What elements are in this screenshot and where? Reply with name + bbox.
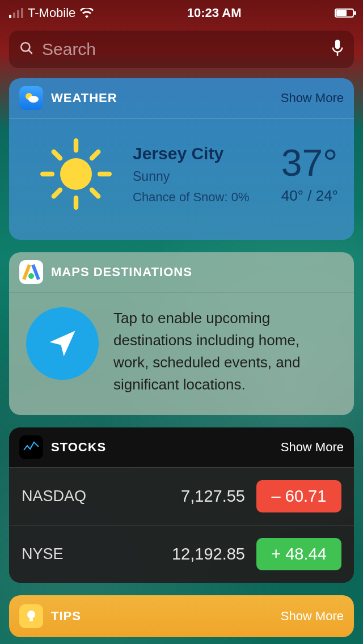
sun-icon xyxy=(25,134,127,214)
stock-change-badge: – 60.71 xyxy=(256,480,341,512)
search-input[interactable]: Search xyxy=(9,31,354,68)
navigation-arrow-icon[interactable] xyxy=(26,307,99,380)
stock-row[interactable]: NASDAQ 7,127.55 – 60.71 xyxy=(9,467,354,525)
stock-row[interactable]: NYSE 12,192.85 + 48.44 xyxy=(9,525,354,583)
svg-line-1 xyxy=(28,50,32,54)
search-placeholder: Search xyxy=(42,40,323,59)
svg-line-14 xyxy=(92,152,98,158)
stock-price: 7,127.55 xyxy=(124,487,256,506)
svg-point-0 xyxy=(21,43,29,51)
stocks-show-more[interactable]: Show More xyxy=(281,440,344,455)
maps-body-text: Tap to enable upcoming destinations incl… xyxy=(113,307,337,396)
search-icon xyxy=(19,41,34,58)
tips-show-more[interactable]: Show More xyxy=(281,609,344,624)
wifi-icon xyxy=(80,8,94,18)
weather-app-icon xyxy=(19,86,43,110)
stock-symbol: NYSE xyxy=(22,545,124,563)
svg-rect-19 xyxy=(29,618,33,621)
stock-price: 12,192.85 xyxy=(124,545,256,564)
status-bar: T-Mobile 10:23 AM xyxy=(0,0,363,23)
maps-title: MAPS DESTINATIONS xyxy=(51,265,344,279)
svg-point-6 xyxy=(60,158,92,190)
weather-condition: Sunny xyxy=(133,169,276,184)
stocks-app-icon xyxy=(19,435,43,459)
svg-point-5 xyxy=(28,96,39,103)
weather-title: WEATHER xyxy=(51,91,273,105)
weather-show-more[interactable]: Show More xyxy=(281,91,344,105)
signal-strength-icon xyxy=(9,8,23,18)
svg-line-13 xyxy=(54,190,60,196)
svg-point-18 xyxy=(27,611,35,618)
weather-temp: 37° xyxy=(281,144,338,181)
weather-widget[interactable]: WEATHER Show More xyxy=(9,78,354,240)
tips-widget[interactable]: TIPS Show More xyxy=(9,595,354,637)
svg-line-12 xyxy=(92,190,98,196)
svg-rect-2 xyxy=(335,40,340,49)
carrier-label: T-Mobile xyxy=(28,6,75,20)
tips-title: TIPS xyxy=(51,609,273,624)
weather-location: Jersey City xyxy=(133,144,276,163)
stock-change-badge: + 48.44 xyxy=(256,538,341,570)
svg-line-11 xyxy=(54,152,60,158)
clock-label: 10:23 AM xyxy=(187,6,242,20)
stocks-title: STOCKS xyxy=(51,440,273,455)
weather-high-low: 40° / 24° xyxy=(281,187,338,205)
microphone-icon[interactable] xyxy=(331,40,344,59)
svg-point-16 xyxy=(28,273,34,279)
stocks-widget[interactable]: STOCKS Show More NASDAQ 7,127.55 – 60.71… xyxy=(9,427,354,583)
tips-app-icon xyxy=(19,604,43,628)
stock-symbol: NASDAQ xyxy=(22,488,124,505)
battery-icon xyxy=(335,9,354,18)
maps-app-icon xyxy=(19,260,43,284)
weather-precip: Chance of Snow: 0% xyxy=(133,190,276,205)
maps-widget[interactable]: MAPS DESTINATIONS Tap to enable upcoming… xyxy=(9,252,354,415)
